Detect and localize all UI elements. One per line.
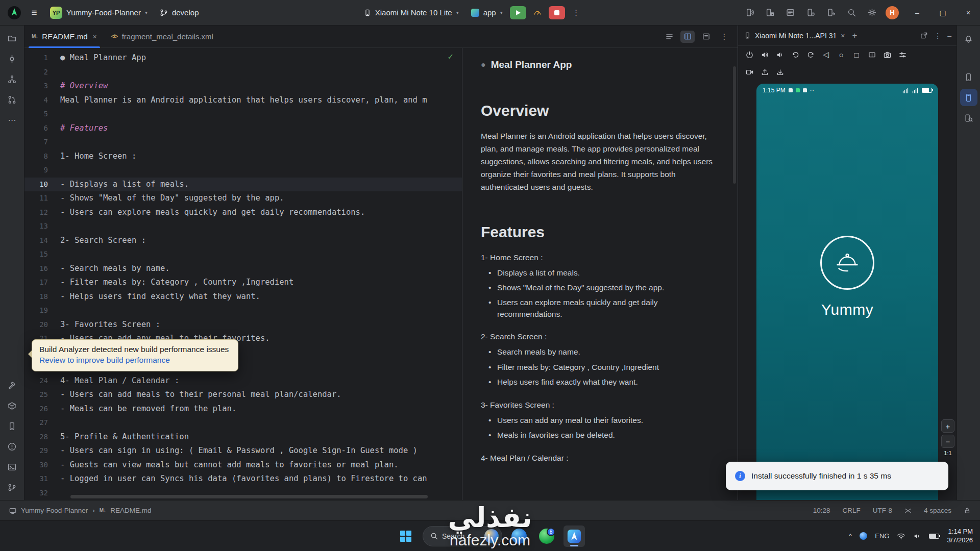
tray-expand-icon[interactable]: ^ [849, 532, 852, 540]
device-manager-stripe-icon[interactable] [960, 68, 977, 86]
build-tool-icon[interactable] [4, 377, 21, 394]
code-editor[interactable]: 1 ● Meal Planner App 2 3 # Overvi [24, 48, 462, 500]
zoom-out-button[interactable]: − [941, 435, 954, 448]
code-text: - Shows "Meal of the Day" suggested by t… [60, 191, 462, 206]
android-studio-logo-icon[interactable] [5, 5, 23, 20]
tab-fragment-meal-details[interactable]: </> fragment_meal_details.xml [104, 26, 220, 47]
notifications-bell-icon[interactable] [960, 30, 977, 47]
user-avatar[interactable]: H [883, 5, 901, 20]
status-file-name[interactable]: README.md [110, 507, 151, 514]
chat-app-button[interactable]: 8 [536, 525, 557, 547]
device-screen[interactable]: 1:15 PM ·· [756, 84, 938, 500]
zoom-reset-button[interactable]: 1:1 [944, 450, 951, 456]
battery-tray-icon[interactable] [929, 534, 939, 539]
add-device-tab-icon[interactable]: + [852, 31, 857, 41]
save-icon[interactable] [773, 65, 787, 79]
window-minimize-button[interactable]: – [905, 0, 929, 26]
volume-up-icon[interactable] [757, 48, 772, 61]
indent-widget[interactable]: 4 spaces [924, 507, 951, 514]
pair-devices-icon[interactable] [740, 5, 758, 20]
preview-scrollbar[interactable] [733, 66, 736, 184]
tray-app-icon[interactable] [860, 532, 867, 540]
project-selector[interactable]: YP Yummy-Food-Planner ▾ [45, 4, 153, 22]
language-indicator[interactable]: ENG [875, 532, 889, 540]
android-studio-taskbar-button[interactable] [564, 525, 585, 547]
structure-tool-icon[interactable] [4, 70, 21, 88]
run-configuration-selector[interactable]: app ▾ [466, 5, 508, 20]
close-tab-icon[interactable]: × [93, 33, 97, 41]
more-tool-windows-icon[interactable]: ⋯ [4, 111, 21, 129]
version-control-tool-icon[interactable] [4, 479, 21, 496]
device-selector[interactable]: Xiaomi Mi Note 10 Lite ▾ [359, 5, 464, 20]
back-icon[interactable]: ◁ [819, 48, 833, 61]
running-devices-stripe-icon[interactable] [960, 89, 977, 106]
toolbar-right-group: H [740, 5, 901, 20]
browser-app-button[interactable] [508, 525, 530, 547]
read-only-lock-icon[interactable] [964, 507, 971, 514]
column-mode-icon[interactable] [904, 507, 912, 514]
search-everywhere-icon[interactable] [842, 5, 861, 20]
device-settings-icon[interactable] [895, 48, 910, 61]
tab-readme[interactable]: M↓ README.md × [24, 26, 104, 47]
taskbar-clock[interactable]: 1:14 PM 3/7/2026 [947, 528, 973, 545]
commit-tool-icon[interactable] [4, 50, 21, 67]
more-actions-icon[interactable]: ⋮ [567, 5, 585, 20]
wifi-icon[interactable] [897, 533, 905, 540]
horizontal-scrollbar[interactable] [70, 495, 428, 498]
overview-icon[interactable]: □ [849, 48, 864, 61]
editor-panes: 1 ● Meal Planner App 2 3 # Overvi [24, 48, 738, 500]
fold-device-icon[interactable] [865, 48, 879, 61]
hamburger-menu-icon[interactable]: ≡ [26, 5, 43, 21]
code-lines[interactable]: 1 ● Meal Planner App 2 3 # Overvi [24, 48, 462, 500]
open-in-new-window-icon[interactable] [920, 32, 928, 39]
device-explorer-icon[interactable] [761, 5, 779, 20]
split-view-icon[interactable] [680, 31, 695, 43]
window-maximize-button[interactable]: ▢ [931, 0, 954, 26]
rotate-left-icon[interactable] [788, 48, 802, 61]
dependencies-tool-icon[interactable] [4, 397, 21, 414]
tooltip-review-link[interactable]: Review to improve build performance [39, 356, 229, 365]
screenshot-icon[interactable] [880, 48, 894, 61]
run-button[interactable] [510, 6, 526, 19]
profiler-button[interactable] [528, 5, 547, 20]
pull-requests-tool-icon[interactable] [4, 91, 21, 108]
editor-options-kebab-icon[interactable]: ⋮ [717, 31, 731, 43]
logcat-icon[interactable] [781, 5, 799, 20]
code-line: 18 - Helps users find exactly what they … [24, 290, 462, 304]
close-device-tab-icon[interactable]: × [841, 32, 845, 40]
settings-gear-icon[interactable] [863, 5, 881, 20]
vcs-branch-selector[interactable]: develop [155, 5, 204, 20]
power-icon[interactable] [742, 48, 756, 61]
ide-content: ⋯ M↓ [0, 26, 980, 500]
stop-button[interactable] [549, 6, 565, 19]
start-button[interactable] [395, 525, 416, 547]
status-project-name[interactable]: Yummy-Food-Planner [21, 507, 88, 514]
device-tab-title[interactable]: Xiaomi Mi Note 1...API 31 [755, 32, 837, 40]
volume-down-icon[interactable] [773, 48, 787, 61]
taskbar-search[interactable]: Search [423, 526, 502, 546]
line-separator-widget[interactable]: CRLF [842, 507, 860, 514]
volume-icon[interactable] [913, 533, 921, 540]
device-mirroring-icon[interactable] [822, 5, 840, 20]
terminal-tool-icon[interactable] [4, 458, 21, 475]
zoom-in-button[interactable]: + [941, 419, 954, 433]
inspection-ok-icon[interactable]: ✓ [447, 52, 454, 61]
record-screen-icon[interactable] [742, 65, 756, 79]
upload-icon[interactable] [757, 65, 772, 79]
project-tool-icon[interactable] [4, 30, 21, 47]
editor-area: M↓ README.md × </> fragment_meal_details… [24, 26, 738, 500]
editor-only-view-icon[interactable] [662, 31, 676, 43]
panel-options-kebab-icon[interactable]: ⋮ [934, 32, 941, 40]
problems-tool-icon[interactable] [4, 438, 21, 455]
rotate-right-icon[interactable] [803, 48, 818, 61]
device-manager-tool-icon[interactable] [4, 417, 21, 435]
preview-only-view-icon[interactable] [699, 31, 713, 43]
device-manager-icon[interactable] [801, 5, 820, 20]
code-text: 2- Search Screen : [60, 234, 462, 248]
home-icon[interactable]: ○ [834, 48, 848, 61]
hide-panel-icon[interactable]: – [947, 32, 951, 40]
app-quality-insights-stripe-icon[interactable] [960, 109, 977, 127]
encoding-widget[interactable]: UTF-8 [873, 507, 892, 514]
caret-position-widget[interactable]: 10:28 [813, 507, 830, 514]
window-close-button[interactable]: × [957, 0, 980, 26]
